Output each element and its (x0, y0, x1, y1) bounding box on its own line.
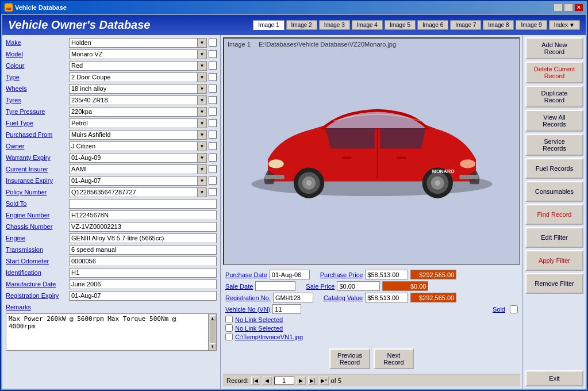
policy-number-input[interactable] (69, 187, 198, 197)
wheels-checkbox[interactable] (209, 85, 217, 93)
type-label[interactable]: Type (6, 74, 69, 80)
remove-filter-button[interactable]: Remove Filter (525, 273, 583, 294)
tyres-input[interactable] (69, 95, 198, 105)
policy-number-arrow[interactable]: ▼ (198, 187, 207, 197)
tyre-pressure-input[interactable] (69, 107, 198, 117)
catalog-label[interactable]: Catalog Value (324, 294, 363, 301)
fuel-type-arrow[interactable]: ▼ (198, 118, 207, 128)
transmission-label[interactable]: Transmission (6, 246, 69, 253)
make-checkbox[interactable] (209, 39, 217, 47)
owner-label[interactable]: Owner (6, 143, 69, 150)
current-insurer-arrow[interactable]: ▼ (198, 164, 207, 174)
rec-first-button[interactable]: |◀ (251, 377, 260, 385)
current-insurer-label[interactable]: Current Insurer (6, 166, 69, 172)
link-checkbox-3[interactable] (225, 333, 233, 340)
model-label[interactable]: Model (6, 51, 69, 57)
image-tab-5[interactable]: Image 5 (385, 20, 416, 30)
fuel-records-button[interactable]: Fuel Records (525, 158, 583, 179)
maximize-button[interactable]: □ (564, 3, 573, 12)
index-button[interactable]: Index ▼ (549, 20, 580, 30)
purchased-from-checkbox[interactable] (209, 131, 217, 139)
engine-number-input[interactable] (69, 210, 217, 220)
current-insurer-input[interactable] (69, 164, 198, 174)
edit-filter-button[interactable]: Edit Filter (525, 227, 583, 248)
colour-checkbox[interactable] (209, 62, 217, 70)
tyre-pressure-label[interactable]: Tyre Pressure (6, 108, 69, 115)
colour-label[interactable]: Colour (6, 62, 69, 69)
purchase-date-label[interactable]: Purchase Date (225, 271, 267, 278)
purchase-price-label[interactable]: Purchase Price (320, 271, 363, 278)
rec-last-button[interactable]: ▶| (308, 377, 317, 385)
rec-new-button[interactable]: ▶* (320, 377, 329, 385)
apply-filter-button[interactable]: Apply Filter (525, 250, 583, 271)
sale-date-label[interactable]: Sale Date (225, 283, 253, 290)
reg-no-input[interactable] (273, 293, 313, 302)
delete-current-record-button[interactable]: Delete CurrentRecord (525, 62, 583, 83)
engine-input[interactable] (69, 233, 217, 243)
fuel-type-checkbox[interactable] (209, 119, 217, 127)
image-tab-8[interactable]: Image 8 (483, 20, 514, 30)
previous-record-button[interactable]: PreviousRecord (329, 348, 370, 369)
sale-price-label[interactable]: Sale Price (306, 283, 335, 290)
insurance-expiry-label[interactable]: Insurance Expiry (6, 177, 69, 184)
purchased-from-label[interactable]: Purchased From (6, 131, 69, 138)
transmission-input[interactable] (69, 245, 217, 255)
tyres-label[interactable]: Tyres (6, 97, 69, 103)
chassis-number-input[interactable] (69, 222, 217, 232)
duplicate-record-button[interactable]: DuplicateRecord (525, 86, 583, 108)
next-record-button[interactable]: NextRecord (374, 348, 414, 369)
add-new-record-button[interactable]: Add NewRecord (525, 37, 583, 59)
close-button[interactable]: ✕ (574, 3, 583, 12)
registration-expiry-input[interactable] (69, 291, 217, 301)
find-record-button[interactable]: Find Record (525, 204, 583, 225)
manufacture-date-label[interactable]: Manufacture Date (6, 281, 69, 288)
fuel-type-input[interactable] (69, 118, 198, 128)
link-label-3[interactable]: C:\Temp\InvoiceVN1.jpg (235, 334, 303, 340)
link-label-2[interactable]: No Link Selected (235, 325, 283, 332)
tyre-pressure-arrow[interactable]: ▼ (198, 107, 207, 117)
insurance-expiry-arrow[interactable]: ▼ (198, 176, 207, 186)
purchased-from-input[interactable] (69, 130, 198, 140)
image-tab-4[interactable]: Image 4 (352, 20, 383, 30)
manufacture-date-input[interactable] (69, 279, 217, 289)
insurance-expiry-input[interactable] (69, 176, 198, 186)
consumables-button[interactable]: Consumables (525, 181, 583, 202)
model-input[interactable] (69, 49, 198, 59)
rec-next-button[interactable]: ▶ (297, 377, 306, 385)
sale-price-orange[interactable] (382, 281, 428, 291)
service-records-button[interactable]: ServiceRecords (525, 134, 583, 156)
scroll-down-arrow[interactable]: ▼ (210, 343, 216, 349)
engine-number-label[interactable]: Engine Number (6, 212, 69, 218)
catalog-input[interactable] (365, 293, 408, 302)
reg-no-label[interactable]: Registration No. (225, 294, 271, 301)
warranty-expiry-label[interactable]: Warranty Expiry (6, 154, 69, 161)
sale-date-input[interactable] (255, 281, 295, 291)
policy-number-checkbox[interactable] (209, 188, 217, 196)
colour-arrow[interactable]: ▼ (198, 61, 207, 71)
purchase-price-input[interactable] (365, 270, 408, 279)
model-checkbox[interactable] (209, 50, 217, 58)
remarks-label[interactable]: Remarks (6, 304, 69, 310)
image-tab-9[interactable]: Image 9 (516, 20, 547, 30)
tyres-checkbox[interactable] (209, 96, 217, 104)
model-arrow[interactable]: ▼ (198, 49, 207, 59)
sale-price-input[interactable] (337, 281, 380, 291)
type-arrow[interactable]: ▼ (198, 72, 207, 82)
make-label[interactable]: Make (6, 39, 69, 46)
type-input[interactable] (69, 72, 198, 82)
wheels-input[interactable] (69, 84, 198, 94)
tyres-arrow[interactable]: ▼ (198, 95, 207, 105)
image-tab-6[interactable]: Image 6 (417, 20, 448, 30)
wheels-label[interactable]: Wheels (6, 85, 69, 92)
policy-number-label[interactable]: Policy Number (6, 189, 69, 195)
start-odometer-input[interactable] (69, 256, 217, 266)
warranty-expiry-input[interactable] (69, 153, 198, 163)
fuel-type-label[interactable]: Fuel Type (6, 120, 69, 126)
image-tab-1[interactable]: Image 1 (253, 20, 284, 30)
scroll-up-arrow[interactable]: ▲ (210, 315, 216, 321)
warranty-expiry-arrow[interactable]: ▼ (198, 153, 207, 163)
vehicle-no-label[interactable]: Vehicle No (VN) (225, 306, 270, 313)
catalog-orange[interactable] (410, 293, 456, 302)
owner-checkbox[interactable] (209, 142, 217, 150)
warranty-expiry-checkbox[interactable] (209, 154, 217, 162)
